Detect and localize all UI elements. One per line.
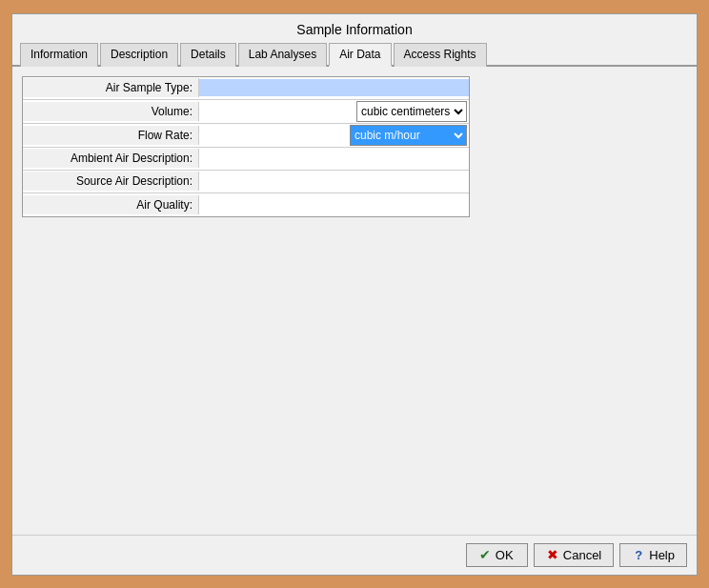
volume-input-group: cubic centimeters liters milliliters [201, 101, 467, 122]
tab-bar: Information Description Details Lab Anal… [12, 41, 697, 67]
ok-label: OK [496, 548, 514, 562]
dialog-title: Sample Information [12, 14, 697, 41]
field-row-air-quality: Air Quality: [23, 193, 469, 216]
select-volume-unit[interactable]: cubic centimeters liters milliliters [356, 101, 467, 122]
ok-icon: ✔ [478, 548, 492, 561]
input-area-ambient-air [199, 150, 469, 167]
tab-details[interactable]: Details [180, 43, 236, 67]
label-ambient-air: Ambient Air Description: [23, 149, 199, 168]
cancel-button[interactable]: ✖ Cancel [534, 543, 614, 567]
field-row-ambient-air: Ambient Air Description: [23, 148, 469, 171]
input-area-volume: cubic centimeters liters milliliters [199, 100, 469, 123]
ok-button[interactable]: ✔ OK [466, 543, 528, 567]
field-row-air-sample-type: Air Sample Type: [23, 77, 469, 100]
flow-rate-input-group: cubic m/hour liters/hour ml/hour [201, 125, 467, 146]
tab-access-rights[interactable]: Access Rights [394, 43, 487, 67]
label-flow-rate: Flow Rate: [23, 126, 199, 145]
label-volume: Volume: [23, 102, 199, 121]
input-source-air[interactable] [201, 173, 467, 189]
label-air-sample-type: Air Sample Type: [23, 78, 199, 97]
help-button[interactable]: ? Help [619, 543, 687, 567]
tab-description[interactable]: Description [100, 43, 178, 67]
input-volume[interactable] [201, 104, 354, 119]
tab-content: Air Sample Type: Volume: cubic centimete… [12, 67, 697, 535]
dialog-footer: ✔ OK ✖ Cancel ? Help [12, 535, 697, 575]
input-air-sample-type[interactable] [201, 80, 467, 95]
select-flow-rate-unit[interactable]: cubic m/hour liters/hour ml/hour [350, 125, 467, 146]
input-area-source-air [199, 172, 469, 190]
field-row-source-air: Source Air Description: [23, 171, 469, 193]
field-row-volume: Volume: cubic centimeters liters millili… [23, 100, 469, 124]
cancel-icon: ✖ [546, 548, 559, 561]
form-container: Air Sample Type: Volume: cubic centimete… [22, 76, 470, 217]
input-area-air-quality [199, 196, 469, 213]
tab-information[interactable]: Information [20, 43, 98, 67]
help-label: Help [649, 548, 675, 562]
input-flow-rate[interactable] [201, 128, 348, 143]
dialog: Sample Information Information Descripti… [11, 13, 698, 576]
tab-lab-analyses[interactable]: Lab Analyses [238, 43, 327, 67]
input-area-air-sample-type [199, 79, 469, 96]
help-icon: ? [632, 548, 645, 561]
cancel-label: Cancel [563, 548, 601, 562]
label-air-quality: Air Quality: [23, 195, 199, 214]
input-air-quality[interactable] [201, 197, 467, 213]
field-row-flow-rate: Flow Rate: cubic m/hour liters/hour ml/h… [23, 124, 469, 148]
input-ambient-air[interactable] [201, 151, 467, 166]
input-area-flow-rate: cubic m/hour liters/hour ml/hour [199, 124, 469, 147]
tab-air-data[interactable]: Air Data [329, 43, 391, 67]
label-source-air: Source Air Description: [23, 172, 199, 191]
